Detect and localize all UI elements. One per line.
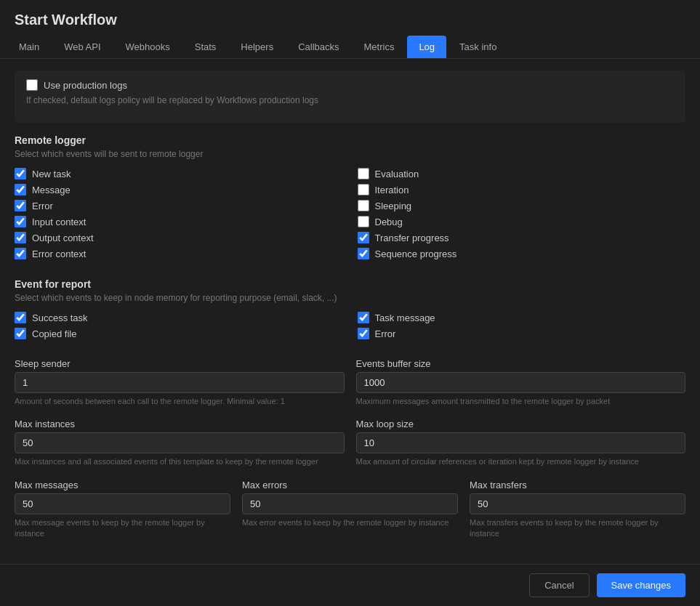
max-errors-input[interactable]	[242, 493, 458, 514]
cb-evaluation[interactable]	[358, 168, 369, 179]
events-buffer-size-hint: Maximum messages amount transmitted to t…	[356, 396, 686, 407]
events-buffer-size-input[interactable]	[356, 372, 686, 393]
tab-helpers[interactable]: Helpers	[229, 36, 285, 58]
cb-evaluation-row: Evaluation	[358, 168, 686, 179]
max-instances-input[interactable]	[15, 432, 345, 453]
cb-error-label: Error	[32, 201, 53, 211]
max-errors-field: Max errors Max error events to keep by t…	[242, 480, 458, 540]
event-for-report-checkboxes: Success task Copied file Task message Er…	[15, 312, 685, 344]
max-loop-size-hint: Max amount of circular references or ite…	[356, 456, 686, 467]
cb-error-report-row: Error	[358, 328, 686, 339]
cb-sleeping[interactable]	[358, 200, 369, 211]
cb-task-message-label: Task message	[375, 312, 435, 323]
cb-debug[interactable]	[358, 216, 369, 227]
sleep-sender-field: Sleep sender Amount of seconds between e…	[15, 358, 345, 407]
cb-debug-row: Debug	[358, 216, 686, 227]
content-area: Use production logs If checked, default …	[0, 59, 700, 564]
cb-iteration-label: Iteration	[375, 185, 409, 195]
cb-sleeping-row: Sleeping	[358, 200, 686, 211]
cb-input-context-row: Input context	[15, 216, 343, 227]
cb-message[interactable]	[15, 184, 26, 195]
tab-webapi[interactable]: Web API	[52, 36, 112, 58]
max-messages-field: Max messages Max message events to keep …	[15, 480, 230, 540]
events-buffer-size-field: Events buffer size Maximum messages amou…	[356, 358, 686, 407]
max-messages-input[interactable]	[15, 493, 230, 514]
max-errors-label: Max errors	[242, 480, 458, 490]
tab-taskinfo[interactable]: Task info	[448, 36, 508, 58]
cancel-button[interactable]: Cancel	[529, 573, 589, 597]
cb-input-context-label: Input context	[32, 217, 86, 227]
cb-copied-file-row: Copied file	[15, 328, 343, 339]
cb-input-context[interactable]	[15, 216, 26, 227]
event-right: Task message Error	[358, 312, 686, 344]
cb-output-context[interactable]	[15, 232, 26, 243]
cb-success-task[interactable]	[15, 312, 26, 323]
cb-output-context-label: Output context	[32, 233, 94, 243]
cb-new-task-row: New task	[15, 168, 343, 179]
cb-debug-label: Debug	[375, 217, 403, 227]
app-container: Start Workflow Main Web API Webhooks Sta…	[0, 0, 700, 606]
cb-iteration-row: Iteration	[358, 184, 686, 195]
max-messages-label: Max messages	[15, 480, 230, 490]
cb-error-report[interactable]	[358, 328, 369, 339]
max-loop-size-field: Max loop size Max amount of circular ref…	[356, 419, 686, 467]
max-transfers-hint: Max transfers events to keep by the remo…	[470, 517, 685, 540]
production-logs-row: Use production logs	[26, 79, 674, 91]
cb-error-row: Error	[15, 200, 343, 211]
cb-copied-file-label: Copied file	[32, 328, 76, 339]
fields-row-3: Max messages Max message events to keep …	[15, 480, 685, 540]
remote-logger-checkboxes: New task Message Error Input context	[15, 168, 685, 264]
cb-error[interactable]	[15, 200, 26, 211]
max-instances-field: Max instances Max instances and all asso…	[15, 419, 345, 467]
cb-sequence-progress-row: Sequence progress	[358, 248, 686, 259]
cb-message-label: Message	[32, 185, 71, 195]
cb-error-context[interactable]	[15, 248, 26, 259]
cb-message-row: Message	[15, 184, 343, 195]
title-bar: Start Workflow	[0, 0, 700, 36]
cb-transfer-progress-label: Transfer progress	[375, 233, 449, 243]
cb-task-message[interactable]	[358, 312, 369, 323]
max-instances-label: Max instances	[15, 419, 345, 429]
max-instances-hint: Max instances and all associated events …	[15, 456, 345, 467]
max-transfers-input[interactable]	[470, 493, 685, 514]
sleep-sender-input[interactable]	[15, 372, 345, 393]
production-logs-label: Use production logs	[44, 80, 127, 91]
sleep-sender-label: Sleep sender	[15, 358, 345, 369]
cb-iteration[interactable]	[358, 184, 369, 195]
tab-stats[interactable]: Stats	[183, 36, 228, 58]
max-messages-hint: Max message events to keep by the remote…	[15, 517, 230, 540]
cb-new-task-label: New task	[32, 169, 71, 179]
production-logs-hint: If checked, default logs policy will be …	[26, 95, 674, 105]
max-loop-size-label: Max loop size	[356, 419, 686, 429]
cb-new-task[interactable]	[15, 168, 26, 179]
footer: Cancel Save changes	[0, 564, 700, 606]
cb-success-task-row: Success task	[15, 312, 343, 323]
production-logs-checkbox[interactable]	[26, 79, 38, 91]
cb-error-report-label: Error	[375, 328, 396, 339]
max-loop-size-input[interactable]	[356, 432, 686, 453]
remote-logger-right: Evaluation Iteration Sleeping Debug	[358, 168, 686, 264]
cb-copied-file[interactable]	[15, 328, 26, 339]
production-logs-section: Use production logs If checked, default …	[15, 70, 685, 123]
cb-transfer-progress[interactable]	[358, 232, 369, 243]
event-left: Success task Copied file	[15, 312, 343, 344]
remote-logger-left: New task Message Error Input context	[15, 168, 343, 264]
sleep-sender-hint: Amount of seconds between each call to t…	[15, 396, 345, 407]
max-transfers-label: Max transfers	[470, 480, 685, 490]
tab-metrics[interactable]: Metrics	[353, 36, 406, 58]
tab-webhooks[interactable]: Webhooks	[114, 36, 182, 58]
cb-sequence-progress[interactable]	[358, 248, 369, 259]
cb-error-context-label: Error context	[32, 249, 86, 259]
remote-logger-title: Remote logger	[15, 134, 685, 146]
save-button[interactable]: Save changes	[597, 573, 685, 597]
event-for-report-section: Event for report Select which events to …	[15, 278, 685, 344]
tab-bar: Main Web API Webhooks Stats Helpers Call…	[0, 36, 700, 59]
cb-task-message-row: Task message	[358, 312, 686, 323]
remote-logger-section: Remote logger Select which events will b…	[15, 134, 685, 264]
cb-success-task-label: Success task	[32, 312, 88, 323]
max-errors-hint: Max error events to keep by the remote l…	[242, 517, 458, 528]
tab-callbacks[interactable]: Callbacks	[286, 36, 350, 58]
cb-error-context-row: Error context	[15, 248, 343, 259]
tab-log[interactable]: Log	[407, 36, 446, 58]
tab-main[interactable]: Main	[7, 36, 51, 58]
